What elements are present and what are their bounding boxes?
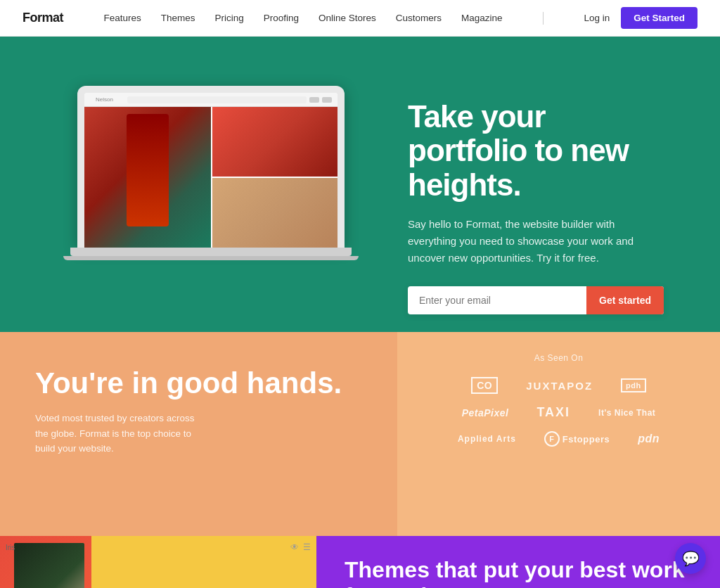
nav-features[interactable]: Features <box>103 13 141 23</box>
hero-email-form: Get started <box>408 286 664 314</box>
logos-row-2: PetaPixel TAXI It's Nice That <box>425 405 692 420</box>
logos-row-3: Applied Arts F Fstoppers pdn <box>425 431 692 447</box>
laptop-url-bar <box>127 96 307 103</box>
logo-taxi: TAXI <box>536 405 570 420</box>
chat-icon: 💬 <box>682 550 700 567</box>
laptop-nav-icons <box>309 97 332 103</box>
hero-section: Nelson <box>0 37 720 332</box>
logo-co: CO <box>471 377 498 394</box>
laptop-screen: Nelson <box>84 93 338 248</box>
nav-links: Features Themes Pricing Proofing Online … <box>103 13 502 23</box>
logo-pdh: pdh <box>621 378 646 392</box>
themes-preview-content: Iris 👁 ☰ Iris <box>0 536 316 588</box>
nav-themes[interactable]: Themes <box>161 13 195 23</box>
themes-headline: Themes that put your best work forward. <box>345 557 692 588</box>
as-seen-section: As Seen On CO JUXTAPOZ pdh PetaPixel TAX… <box>397 332 720 536</box>
logo-applied-arts: Applied Arts <box>458 434 516 444</box>
nav-customers[interactable]: Customers <box>396 13 442 23</box>
laptop-figure <box>127 114 169 226</box>
laptop-img-right <box>212 107 338 248</box>
laptop-img-bottom <box>212 178 338 248</box>
themes-menu-icon: ☰ <box>303 542 311 552</box>
laptop-content <box>84 107 338 248</box>
hero-text: Take your portfolio to new heights. Say … <box>380 79 664 314</box>
hero-headline: Take your portfolio to new heights. <box>408 100 664 202</box>
chat-bubble[interactable]: 💬 <box>675 543 706 574</box>
nav-online-stores[interactable]: Online Stores <box>319 13 376 23</box>
good-hands-headline: You're in good hands. <box>35 367 362 400</box>
themes-preview: Iris 👁 ☰ Iris <box>0 536 316 588</box>
themes-text-section: Themes that put your best work forward. … <box>316 536 720 588</box>
login-link[interactable]: Log in <box>584 13 610 23</box>
navbar: Format Features Themes Pricing Proofing … <box>0 0 720 37</box>
logo[interactable]: Format <box>22 11 63 25</box>
nav-magazine[interactable]: Magazine <box>461 13 503 23</box>
laptop-topbar: Nelson <box>84 93 338 107</box>
laptop-screen-outer: Nelson <box>77 86 345 248</box>
hero-get-started-button[interactable]: Get started <box>586 286 664 314</box>
laptop-base <box>70 248 352 256</box>
logos-row-1: CO JUXTAPOZ pdh <box>425 377 692 394</box>
logo-its-nice-that: It's Nice That <box>598 408 655 418</box>
get-started-nav-button[interactable]: Get Started <box>621 7 698 29</box>
laptop-mockup: Nelson <box>56 86 366 260</box>
as-seen-title: As Seen On <box>534 353 584 363</box>
nav-right: Log in Get Started <box>584 7 698 29</box>
hero-laptop-area: Nelson <box>56 72 380 260</box>
laptop-nav-icon-2 <box>322 97 332 103</box>
themes-topbar: Iris 👁 ☰ <box>6 542 311 553</box>
nav-pricing[interactable]: Pricing <box>214 13 243 23</box>
nav-proofing[interactable]: Proofing <box>264 13 299 23</box>
good-hands-section: You're in good hands. Voted most trusted… <box>0 332 397 536</box>
laptop-site-name: Nelson <box>90 96 119 103</box>
themes-topbar-site-name: Iris <box>6 544 15 551</box>
hero-email-input[interactable] <box>408 286 586 314</box>
laptop-nav-icon <box>309 97 319 103</box>
fstoppers-icon: F <box>544 431 560 447</box>
logo-juxtapoz: JUXTAPOZ <box>526 380 593 392</box>
split-section: You're in good hands. Voted most trusted… <box>0 332 720 536</box>
good-hands-subtext: Voted most trusted by creators across th… <box>35 411 204 456</box>
logos-grid: CO JUXTAPOZ pdh PetaPixel TAXI It's Nice… <box>425 377 692 447</box>
themes-section: Iris 👁 ☰ Iris Themes that put your best … <box>0 536 720 588</box>
themes-eye-icon: 👁 <box>290 542 299 552</box>
hero-subtext: Say hello to Format, the website builder… <box>408 216 647 267</box>
laptop-img-left <box>84 107 211 248</box>
nav-divider <box>543 12 544 25</box>
logo-petapixel: PetaPixel <box>462 407 509 418</box>
logo-fstoppers: F Fstoppers <box>544 431 610 447</box>
logo-pdn: pdn <box>638 433 660 445</box>
themes-topbar-icons: 👁 ☰ <box>290 542 311 552</box>
laptop-img-top <box>212 107 338 177</box>
laptop-bottom <box>63 256 359 260</box>
